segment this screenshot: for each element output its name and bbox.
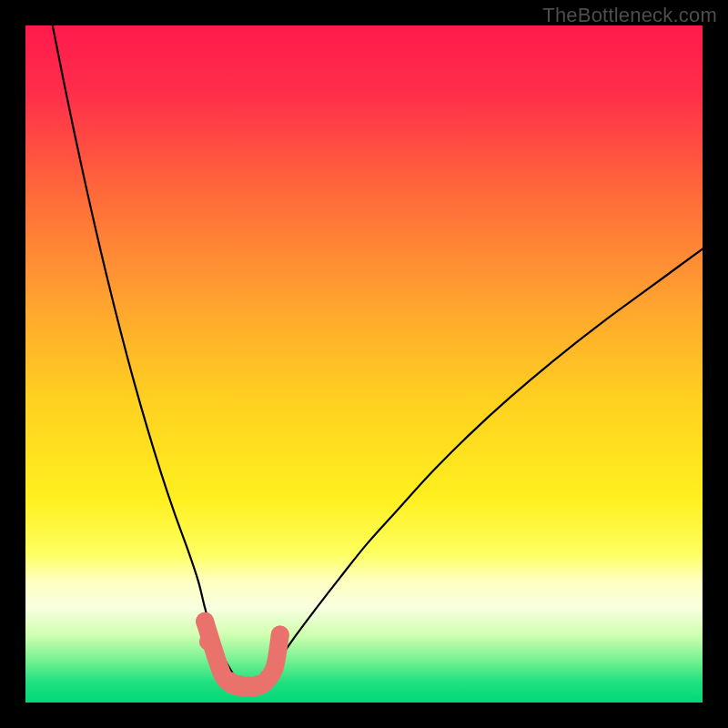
data-point: [271, 626, 289, 644]
chart-svg: [25, 25, 703, 703]
watermark-text: TheBottleneck.com: [542, 4, 717, 27]
chart-frame: TheBottleneck.com: [0, 0, 728, 728]
data-point: [199, 632, 217, 651]
gradient-background: [25, 25, 703, 703]
plot-area: [25, 25, 703, 703]
data-point: [196, 612, 214, 631]
data-point: [258, 669, 277, 687]
